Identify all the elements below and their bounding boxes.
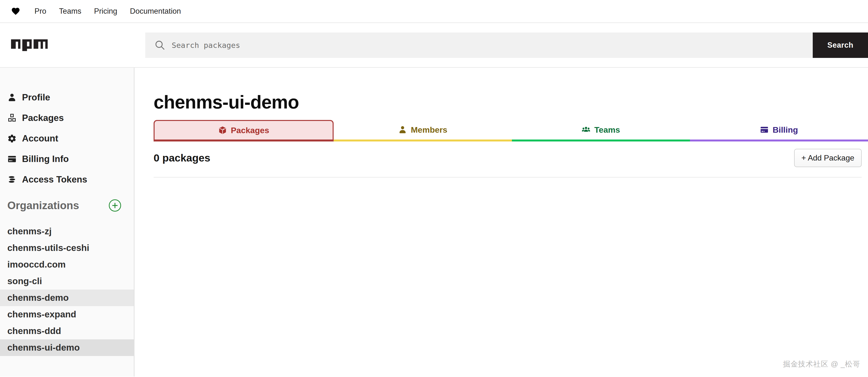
search-form: Search <box>145 33 868 58</box>
nav-link-pro[interactable]: Pro <box>34 7 46 15</box>
add-package-button[interactable]: + Add Package <box>794 149 862 167</box>
plus-circle-icon <box>111 202 119 209</box>
gear-icon <box>7 134 17 143</box>
sidebar-item-access-tokens[interactable]: Access Tokens <box>0 169 134 190</box>
org-item-chenms-expand[interactable]: chenms-expand <box>0 306 134 323</box>
org-item-imooccd-com[interactable]: imooccd.com <box>0 256 134 273</box>
site-header: Search <box>0 23 868 68</box>
sidebar-item-account[interactable]: Account <box>0 128 134 149</box>
sidebar-item-label: Billing Info <box>22 154 69 164</box>
top-nav-links: Pro Teams Pricing Documentation <box>34 7 181 15</box>
tab-billing[interactable]: Billing <box>690 120 868 141</box>
nav-link-teams[interactable]: Teams <box>59 7 81 15</box>
sidebar-item-profile[interactable]: Profile <box>0 87 134 108</box>
tab-packages[interactable]: Packages <box>154 120 334 141</box>
sidebar-menu: Profile Packages Account <box>0 68 134 190</box>
org-item-chenms-ui-demo[interactable]: chenms-ui-demo <box>0 339 134 356</box>
search-box <box>145 33 813 58</box>
main-content: chenms-ui-demo Packages Members <box>134 68 868 377</box>
org-item-chenms-ddd[interactable]: chenms-ddd <box>0 323 134 339</box>
heart-icon[interactable] <box>11 7 20 16</box>
organizations-list: chenms-zj chenms-utils-ceshi imooccd.com… <box>0 223 134 356</box>
content-divider <box>154 177 862 178</box>
search-icon <box>155 40 165 50</box>
tab-members[interactable]: Members <box>334 120 512 141</box>
credit-card-icon <box>7 155 17 164</box>
member-icon <box>398 125 407 134</box>
tab-label: Billing <box>773 125 798 135</box>
sidebar: Profile Packages Account <box>0 68 134 377</box>
tab-label: Teams <box>594 125 620 135</box>
package-icon <box>218 126 227 135</box>
watermark-text: 掘金技术社区 @ _松哥 <box>783 359 860 369</box>
sidebar-item-label: Packages <box>22 113 64 123</box>
user-icon <box>7 93 17 102</box>
tab-label: Members <box>411 125 447 135</box>
org-tabs: Packages Members Teams <box>154 120 868 141</box>
search-input[interactable] <box>172 41 813 49</box>
people-group-icon <box>582 125 590 134</box>
add-organization-button[interactable] <box>109 199 121 212</box>
org-item-song-cli[interactable]: song-cli <box>0 273 134 289</box>
sidebar-item-billing-info[interactable]: Billing Info <box>0 149 134 169</box>
nav-link-documentation[interactable]: Documentation <box>130 7 181 15</box>
sidebar-item-label: Account <box>22 133 58 144</box>
cubes-icon <box>7 113 17 123</box>
sidebar-item-packages[interactable]: Packages <box>0 108 134 128</box>
search-button[interactable]: Search <box>813 33 868 58</box>
top-nav: Pro Teams Pricing Documentation <box>0 0 868 23</box>
org-item-chenms-utils-ceshi[interactable]: chenms-utils-ceshi <box>0 240 134 256</box>
packages-count: 0 packages <box>154 152 210 164</box>
packages-count-row: 0 packages + Add Package <box>154 149 862 167</box>
organizations-title: Organizations <box>7 199 79 212</box>
billing-card-icon <box>760 125 769 134</box>
tab-label: Packages <box>231 126 269 135</box>
page-body: Profile Packages Account <box>0 68 868 377</box>
nav-link-pricing[interactable]: Pricing <box>94 7 117 15</box>
coins-icon <box>7 175 17 184</box>
sidebar-item-label: Access Tokens <box>22 174 87 185</box>
page-title: chenms-ui-demo <box>154 91 868 113</box>
org-item-chenms-zj[interactable]: chenms-zj <box>0 223 134 240</box>
sidebar-item-label: Profile <box>22 92 50 103</box>
tab-teams[interactable]: Teams <box>512 120 690 141</box>
org-item-chenms-demo[interactable]: chenms-demo <box>0 289 134 306</box>
npm-logo[interactable] <box>11 39 48 51</box>
organizations-header: Organizations <box>0 199 134 212</box>
